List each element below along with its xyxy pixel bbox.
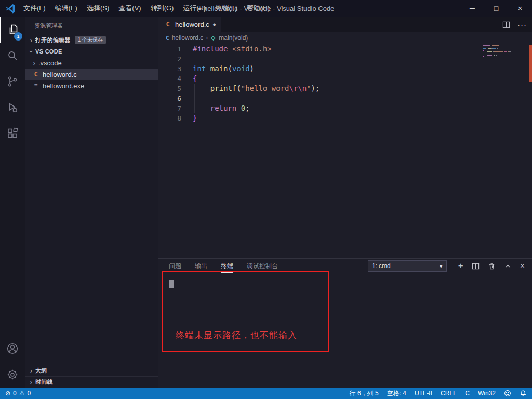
line-number: 2 <box>158 54 181 64</box>
panel-tab-debug-console[interactable]: 调试控制台 <box>247 260 278 273</box>
panel-tab-terminal[interactable]: 终端 <box>221 260 233 273</box>
source-control-icon <box>6 75 19 88</box>
new-terminal-icon[interactable]: + <box>458 261 463 271</box>
warning-icon: ⚠ <box>19 390 25 397</box>
code-line[interactable]: 5 printf("hello word\r\n"); <box>158 84 532 94</box>
close-button[interactable]: × <box>508 0 532 17</box>
annotation-text: 终端未显示路径，也不能输入 <box>176 329 297 341</box>
menu-go[interactable]: 转到(G) <box>146 0 179 17</box>
platform-status[interactable]: Win32 <box>478 390 496 397</box>
line-number: 7 <box>158 103 181 113</box>
chevron-right-icon: › <box>27 367 35 375</box>
activitybar-source-control[interactable] <box>0 69 25 95</box>
tab-dirty-indicator[interactable]: ● <box>212 21 216 28</box>
vscode-window: 文件(F) 编辑(E) 选择(S) 查看(V) 转到(G) 运行(R) 终端(T… <box>0 0 532 399</box>
activitybar-explorer[interactable]: 1 <box>0 17 25 43</box>
terminal-instance-select[interactable]: 1: cmd ▾ <box>368 260 447 272</box>
explorer-badge: 1 <box>14 32 22 41</box>
overview-ruler-marker[interactable] <box>529 45 532 82</box>
window-controls: ─ □ × <box>460 0 532 17</box>
tree-item-vscode-folder[interactable]: › .vscode <box>25 57 158 69</box>
timeline-section-header[interactable]: › 时间线 <box>25 376 158 388</box>
warning-count: 0 <box>28 390 31 397</box>
code-line[interactable]: 2 <box>158 54 532 64</box>
code-line[interactable]: 3int main(void) <box>158 64 532 74</box>
folder-name: .vscode <box>38 59 62 67</box>
menu-view[interactable]: 查看(V) <box>114 0 145 17</box>
close-panel-icon[interactable]: × <box>520 261 525 271</box>
tab-helloword-c[interactable]: C helloword.c ● <box>158 17 221 32</box>
split-terminal-icon[interactable] <box>472 262 480 270</box>
tree-item-helloword-c[interactable]: C helloword.c <box>25 69 158 80</box>
extensions-icon <box>6 127 19 140</box>
line-number: 4 <box>158 74 181 84</box>
workspace-label: VS CODE <box>35 48 62 55</box>
error-icon: ⊘ <box>5 390 10 397</box>
c-file-icon: C <box>166 35 169 42</box>
cursor-position-status[interactable]: 行 6，列 5 <box>350 389 379 398</box>
code-line[interactable]: 4{ <box>158 74 532 84</box>
tab-label: helloword.c <box>175 21 209 29</box>
menu-file[interactable]: 文件(F) <box>19 0 50 17</box>
tree-item-helloword-exe[interactable]: ≡ helloword.exe <box>25 80 158 91</box>
explorer-sidebar: 资源管理器 › 打开的编辑器 1 个未保存 › VS CODE › .vscod… <box>25 17 158 388</box>
status-bar: ⊘ 0 ⚠ 0 行 6，列 5 空格: 4 UTF-8 CRLF C Win32 <box>0 388 532 399</box>
chevron-down-icon: › <box>28 47 35 56</box>
titlebar: 文件(F) 编辑(E) 选择(S) 查看(V) 转到(G) 运行(R) 终端(T… <box>0 0 532 17</box>
bottom-panel: 问题 输出 终端 调试控制台 1: cmd ▾ + <box>158 258 532 388</box>
open-editors-label: 打开的编辑器 <box>35 36 71 44</box>
indent-guide <box>194 84 195 113</box>
activitybar-extensions[interactable] <box>0 121 25 147</box>
code-line[interactable]: 1#include <stdio.h> <box>158 44 532 54</box>
panel-tab-output[interactable]: 输出 <box>195 260 207 273</box>
sidebar-bottom-sections: › 大纲 › 时间线 <box>25 365 158 388</box>
more-actions-icon[interactable]: ··· <box>517 20 527 29</box>
breadcrumb-symbol[interactable]: main(void) <box>219 34 248 42</box>
feedback-smiley-icon[interactable] <box>504 390 511 397</box>
outline-section-header[interactable]: › 大纲 <box>25 365 158 376</box>
maximize-button[interactable]: □ <box>484 0 508 17</box>
activitybar-run-debug[interactable] <box>0 95 25 121</box>
code-editor[interactable]: 1#include <stdio.h>23int main(void)4{5 p… <box>158 44 532 258</box>
eol-status[interactable]: CRLF <box>441 390 457 397</box>
menu-edit[interactable]: 编辑(E) <box>50 0 82 17</box>
maximize-panel-chevron-up-icon[interactable] <box>504 262 512 270</box>
breadcrumb-separator-icon: › <box>206 34 208 42</box>
sidebar-title: 资源管理器 <box>25 17 158 34</box>
line-number: 1 <box>158 44 181 54</box>
open-editors-header[interactable]: › 打开的编辑器 1 个未保存 <box>25 34 158 46</box>
breadcrumb-file[interactable]: helloword.c <box>172 34 204 42</box>
chevron-right-icon: › <box>27 36 35 44</box>
panel-tab-problems[interactable]: 问题 <box>169 260 181 273</box>
problems-status[interactable]: ⊘ 0 ⚠ 0 <box>5 390 31 397</box>
code-line[interactable]: 6 <box>158 94 532 103</box>
encoding-status[interactable]: UTF-8 <box>415 390 432 397</box>
file-name: helloword.exe <box>43 82 84 90</box>
indentation-status[interactable]: 空格: 4 <box>387 389 406 398</box>
menu-selection[interactable]: 选择(S) <box>82 0 114 17</box>
gear-icon <box>6 368 19 381</box>
breadcrumb: C helloword.c › main(void) <box>158 32 532 44</box>
line-number: 8 <box>158 113 181 123</box>
annotation-red-box: 终端未显示路径，也不能输入 <box>162 271 329 352</box>
exe-file-icon: ≡ <box>32 82 40 89</box>
workspace-header[interactable]: › VS CODE <box>25 46 158 57</box>
error-count: 0 <box>13 390 17 397</box>
chevron-right-icon: › <box>27 378 35 386</box>
language-mode-status[interactable]: C <box>465 390 470 397</box>
window-title: ● helloword.c - VS Code - Visual Studio … <box>198 5 335 12</box>
split-editor-icon[interactable] <box>502 21 510 29</box>
activitybar-settings[interactable] <box>0 362 25 388</box>
minimap[interactable] <box>483 45 525 58</box>
search-icon <box>6 49 19 62</box>
code-line[interactable]: 8} <box>158 113 532 123</box>
vscode-logo-icon <box>5 3 16 14</box>
line-number: 5 <box>158 84 181 94</box>
code-line[interactable]: 7 return 0; <box>158 103 532 113</box>
notifications-bell-icon[interactable] <box>520 390 527 397</box>
unsaved-badge: 1 个未保存 <box>75 36 106 44</box>
kill-terminal-trash-icon[interactable] <box>488 262 496 270</box>
activitybar-account[interactable] <box>0 336 25 362</box>
minimize-button[interactable]: ─ <box>460 0 484 17</box>
activitybar-search[interactable] <box>0 43 25 69</box>
